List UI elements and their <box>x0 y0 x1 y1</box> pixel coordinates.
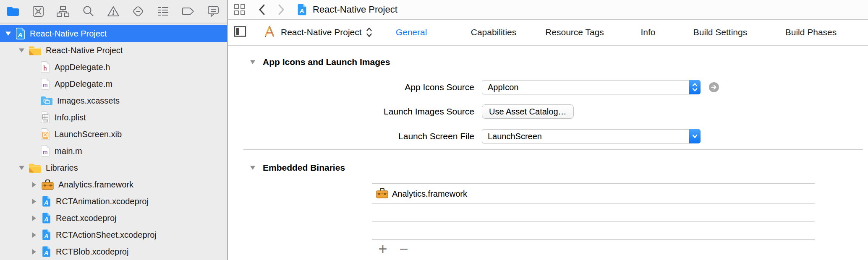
section-divider <box>243 149 863 150</box>
project-navigator-icon[interactable] <box>6 4 20 18</box>
embedded-binary-row[interactable]: Analytics.framework <box>376 185 467 203</box>
svg-text:A: A <box>44 199 48 206</box>
tree-row-file[interactable]: m AppDelegate.m <box>0 75 227 92</box>
svg-text:A: A <box>299 7 304 14</box>
find-navigator-icon[interactable] <box>81 4 95 18</box>
settings-tab-bar: React-Native Project General Capabilitie… <box>228 20 868 46</box>
source-control-navigator-icon[interactable] <box>31 4 45 18</box>
disclosure-triangle-icon[interactable] <box>250 165 256 170</box>
tab-build-settings[interactable]: Build Settings <box>693 20 747 45</box>
tree-row-group[interactable]: Libraries <box>0 159 227 176</box>
implementation-file-icon: m <box>40 145 50 157</box>
launch-screen-file-combo[interactable]: LaunchScreen <box>482 129 700 143</box>
related-items-icon[interactable] <box>233 3 246 16</box>
tree-row-subproject[interactable]: A RCTActionSheet.xcodeproj <box>0 226 227 243</box>
issue-navigator-icon[interactable] <box>106 4 120 18</box>
tree-row-subproject[interactable]: A RCTBlob.xcodeproj <box>0 243 227 260</box>
tab-build-phases[interactable]: Build Phases <box>785 20 837 45</box>
svg-text:m: m <box>42 81 48 88</box>
jump-bar-title[interactable]: React-Native Project <box>313 4 397 15</box>
debug-navigator-icon[interactable] <box>156 4 170 18</box>
tree-row-file[interactable]: h AppDelegate.h <box>0 59 227 75</box>
tree-row-label: React-Native Project <box>46 46 123 55</box>
asset-catalog-icon <box>40 96 53 106</box>
section-app-icons-header: App Icons and Launch Images <box>250 56 390 68</box>
framework-icon <box>41 179 54 190</box>
disclosure-triangle-icon[interactable] <box>250 60 256 65</box>
tree-row-label: RCTActionSheet.xcodeproj <box>56 230 157 240</box>
disclosure-triangle-icon[interactable] <box>18 48 25 53</box>
tree-row-label: Analytics.framework <box>58 180 133 190</box>
embedded-binary-label: Analytics.framework <box>392 189 467 199</box>
stepper-chevrons-icon[interactable] <box>689 80 701 94</box>
tree-row-file[interactable]: PLIST Info.plist <box>0 109 227 126</box>
disclosure-triangle-icon[interactable] <box>4 31 12 36</box>
project-blueprint-icon <box>263 25 276 39</box>
disclosure-triangle-icon[interactable] <box>18 165 25 170</box>
editor-area: A React-Native Project React-Native Proj… <box>228 0 868 260</box>
table-border <box>372 183 815 184</box>
tab-resource-tags[interactable]: Resource Tags <box>545 20 604 45</box>
launch-screen-file-label: Launch Screen File <box>270 129 474 143</box>
svg-text:PLIST: PLIST <box>43 120 48 122</box>
table-actions: + − <box>376 242 411 256</box>
framework-icon <box>376 187 389 200</box>
report-navigator-icon[interactable] <box>206 4 220 18</box>
tree-row-label: RCTBlob.xcodeproj <box>56 247 128 257</box>
svg-text:A: A <box>18 31 22 38</box>
combo-chevron-icon[interactable] <box>689 129 701 143</box>
disclosure-triangle-icon[interactable] <box>30 215 38 221</box>
jump-bar: A React-Native Project <box>228 0 868 20</box>
forward-button-icon[interactable] <box>278 4 285 15</box>
app-icons-source-popup[interactable]: AppIcon <box>482 80 700 94</box>
disclosure-triangle-icon[interactable] <box>30 232 38 238</box>
navigator-bar <box>0 0 227 23</box>
tab-general[interactable]: General <box>396 20 427 45</box>
table-bottom-border <box>372 239 815 240</box>
tree-row-file[interactable]: LaunchScreen.xib <box>0 126 227 143</box>
tree-row-label: Info.plist <box>55 113 86 122</box>
project-file-icon: A <box>41 212 52 224</box>
tree-row-group[interactable]: React-Native Project <box>0 42 227 59</box>
tree-row-label: Images.xcassets <box>57 96 120 106</box>
tree-row-subproject[interactable]: A React.xcodeproj <box>0 210 227 226</box>
symbol-navigator-icon[interactable] <box>56 4 70 18</box>
tree-row-label: Libraries <box>46 163 78 173</box>
table-separator <box>372 221 815 222</box>
use-asset-catalog-button[interactable]: Use Asset Catalog… <box>482 104 574 119</box>
remove-button[interactable]: − <box>397 242 411 256</box>
add-button[interactable]: + <box>376 242 390 256</box>
section-embedded-binaries-header: Embedded Binaries <box>250 161 345 174</box>
tree-row-label: AppDelegate.h <box>55 62 110 72</box>
tree-row-label: RCTAnimation.xcodeproj <box>56 197 149 206</box>
tree-row-file[interactable]: Images.xcassets <box>0 92 227 109</box>
disclosure-triangle-icon[interactable] <box>30 182 38 188</box>
tree-row-label: LaunchScreen.xib <box>55 130 122 139</box>
back-button-icon[interactable] <box>259 4 265 15</box>
tab-info[interactable]: Info <box>641 20 655 45</box>
breakpoint-navigator-icon[interactable] <box>181 4 195 18</box>
project-file-icon: A <box>41 245 52 258</box>
folder-icon <box>29 163 42 173</box>
svg-text:h: h <box>43 64 47 72</box>
test-navigator-icon[interactable] <box>131 4 145 18</box>
project-popup[interactable]: React-Native Project <box>263 25 372 39</box>
general-pane: App Icons and Launch Images App Icons So… <box>228 46 868 259</box>
navigator-sidebar: A React-Native Project React-Native Proj… <box>0 0 227 260</box>
section-title: App Icons and Launch Images <box>263 57 390 67</box>
tree-row-project-root[interactable]: A React-Native Project <box>0 25 227 42</box>
tab-capabilities[interactable]: Capabilities <box>471 20 517 45</box>
go-to-arrow-button[interactable] <box>709 82 719 92</box>
app-icons-source-label: App Icons Source <box>270 80 474 94</box>
header-file-icon: h <box>40 61 50 73</box>
disclosure-triangle-icon[interactable] <box>30 249 38 255</box>
table-separator <box>372 203 815 204</box>
tree-row-framework[interactable]: Analytics.framework <box>0 176 227 193</box>
project-file-icon: A <box>41 229 52 241</box>
disclosure-triangle-icon[interactable] <box>30 198 38 205</box>
tree-row-subproject[interactable]: A RCTAnimation.xcodeproj <box>0 193 227 210</box>
combo-value: LaunchScreen <box>482 132 689 141</box>
targets-sidebar-toggle-icon[interactable] <box>234 26 246 39</box>
svg-text:A: A <box>44 250 48 256</box>
tree-row-file[interactable]: m main.m <box>0 143 227 159</box>
